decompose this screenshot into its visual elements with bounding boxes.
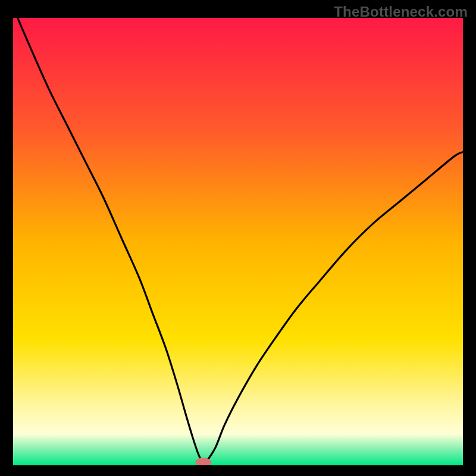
- chart-svg: [13, 18, 463, 465]
- chart-frame: TheBottleneck.com: [0, 0, 476, 476]
- watermark-text: TheBottleneck.com: [334, 4, 468, 20]
- plot-area: [13, 18, 463, 465]
